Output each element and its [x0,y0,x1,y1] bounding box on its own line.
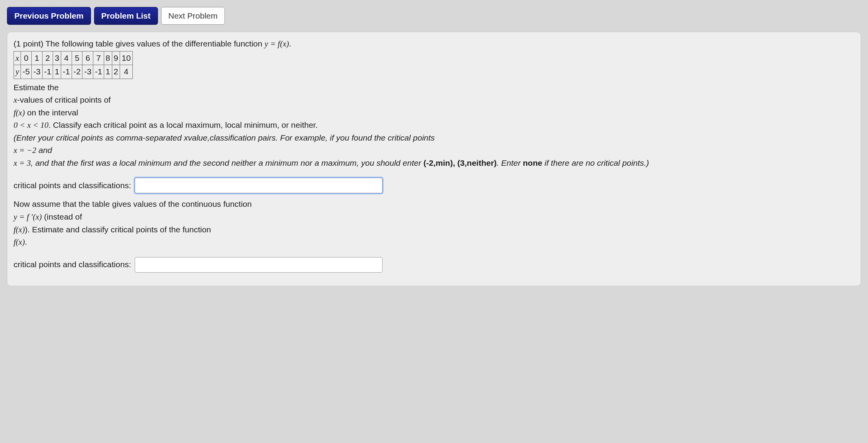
hint-line-1: (Enter your critical points as comma-sep… [14,132,854,144]
nav-bar: Previous Problem Problem List Next Probl… [7,7,861,25]
cell: -1 [42,65,53,79]
critical-points-input-2[interactable] [135,257,383,273]
problem-container: (1 point) The following table gives valu… [7,32,861,286]
previous-problem-button[interactable]: Previous Problem [7,7,91,25]
line-fx-interval: f(x) on the interval [14,106,854,119]
part2-d: . [25,237,27,246]
hint-line-3: x = 3, and that the first was a local mi… [14,157,854,170]
cell: 4 [120,65,132,79]
cell: 2 [112,65,120,79]
part2-line-4: f(x). [14,236,854,249]
intro-text: The following table gives values of the … [46,39,265,48]
cell: 8 [104,51,112,65]
intro-equation: y = f(x) [264,39,289,48]
cell: -1 [61,65,72,79]
answer-label-1: critical points and classifications: [14,179,131,192]
line4-tail: . Classify each critical point as a loca… [48,120,318,129]
answer-label-2: critical points and classifications: [14,258,131,271]
part2-c: ). Estimate and classify critical points… [25,225,211,234]
cell: 9 [112,51,120,65]
estimate-line: Estimate the [14,81,854,94]
cell: 0 [21,51,32,65]
cell: 1 [104,65,112,79]
cell: -1 [93,65,104,79]
problem-intro: (1 point) The following table gives valu… [14,38,854,50]
hint-example: (-2,min), (3,neither) [424,158,497,167]
hint-e: if there are no critical points.) [542,158,649,167]
table-row: x 0 1 2 3 4 5 6 7 8 9 10 [14,51,133,65]
data-table: x 0 1 2 3 4 5 6 7 8 9 10 y -5 -3 -1 1 -1… [14,51,133,79]
hint-none: none [523,158,542,167]
fx: f(x) [14,108,25,117]
interval: 0 < x < 10 [14,120,48,130]
line-x-values: x-values of critical points of [14,94,854,106]
part2-eq-2: f(x) [14,225,25,234]
cell: 10 [120,51,132,65]
row-x-label: x [14,51,21,65]
hint-and: and [36,146,52,155]
answer-row-2: critical points and classifications: [14,257,854,273]
line2-tail: -values of critical points of [17,95,111,104]
x-var: x [14,95,17,105]
cell: -3 [82,65,93,79]
part2-line-1: Now assume that the table gives values o… [14,198,854,211]
part2-eq-1: y = f ′(x) [14,212,42,222]
cell: 1 [53,65,61,79]
intro-tail: . [289,39,291,48]
cell: 5 [72,51,82,65]
cell: 2 [42,51,53,65]
answer-row-1: critical points and classifications: [14,178,854,193]
cell: -3 [32,65,43,79]
line3-tail: on the interval [25,108,78,117]
cell: 7 [93,51,104,65]
points-label: (1 point) [14,39,46,48]
cell: -2 [72,65,82,79]
hint-d: . Enter [497,158,523,167]
cell: 4 [61,51,72,65]
part2-b: (instead of [42,212,82,221]
hint-eq-1: x = −2 [14,146,36,155]
problem-list-button[interactable]: Problem List [94,7,158,25]
row-y-label: y [14,65,21,79]
part2-line-2: y = f ′(x) (instead of [14,211,854,223]
hint-mid: , and that the first was a local minimum… [31,158,424,167]
hint-line-2: x = −2 and [14,144,854,157]
part2-line-3: f(x)). Estimate and classify critical po… [14,223,854,236]
cell: 1 [32,51,43,65]
cell: -5 [21,65,32,79]
cell: 3 [53,51,61,65]
part2-eq-3: f(x) [14,237,25,247]
hint-eq-2: x = 3 [14,158,31,168]
critical-points-input-1[interactable] [135,178,383,193]
cell: 6 [82,51,93,65]
line-interval-classify: 0 < x < 10. Classify each critical point… [14,119,854,132]
table-row: y -5 -3 -1 1 -1 -2 -3 -1 1 2 4 [14,65,133,79]
next-problem-button[interactable]: Next Problem [161,7,225,25]
